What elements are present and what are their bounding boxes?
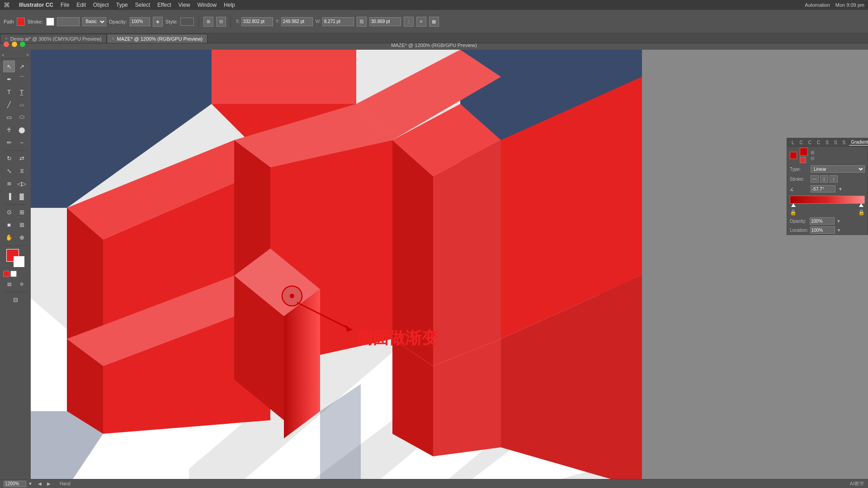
- panel-tab-c1[interactable]: C: [798, 140, 805, 145]
- blob-brush-tool[interactable]: ⬤: [16, 124, 28, 136]
- zoom-input[interactable]: [4, 481, 26, 487]
- type-tool[interactable]: T: [3, 86, 15, 98]
- panel-tab-c3[interactable]: C: [815, 140, 822, 145]
- panel-tab-c2[interactable]: C: [807, 140, 813, 145]
- panel-tab-s1[interactable]: S: [824, 140, 830, 145]
- lock-right-icon[interactable]: 🔒: [858, 209, 865, 216]
- mesh-tool[interactable]: ⊞: [16, 219, 28, 230]
- menu-view[interactable]: View: [179, 2, 190, 8]
- gradient-icon-1[interactable]: ⊞: [811, 150, 814, 155]
- angle-dropdown-btn[interactable]: ▼: [838, 187, 843, 192]
- maximize-button[interactable]: [20, 42, 25, 47]
- nav-next-btn[interactable]: ▶: [47, 481, 51, 486]
- gradient-title[interactable]: Gradient: [849, 139, 868, 145]
- menu-select[interactable]: Select: [135, 2, 150, 8]
- measure-tool[interactable]: ⊞: [16, 206, 28, 218]
- apple-menu[interactable]: ⌘: [4, 1, 10, 9]
- lock-left-icon[interactable]: 🔒: [790, 209, 797, 216]
- hand-tool[interactable]: ✋: [3, 231, 15, 243]
- gradient-location-input[interactable]: [810, 226, 835, 234]
- curvature-tool[interactable]: ⌒: [16, 73, 28, 85]
- fill-color-btn[interactable]: [3, 271, 9, 277]
- artboard-tool[interactable]: ⊟: [4, 294, 27, 305]
- location-dropdown-btn[interactable]: ▼: [837, 228, 841, 233]
- menu-type[interactable]: Type: [116, 2, 128, 8]
- gradient-stop-swatch-1[interactable]: [790, 152, 797, 159]
- panel-tab-s3[interactable]: S: [841, 140, 848, 145]
- gradient-tool[interactable]: ■: [3, 219, 15, 230]
- touch-type-tool[interactable]: T̲: [16, 86, 28, 98]
- opacity-dropdown-btn[interactable]: ▼: [836, 219, 841, 224]
- background-swatch[interactable]: [14, 256, 24, 267]
- pen-tool[interactable]: ✒: [3, 73, 15, 85]
- minimize-button[interactable]: [12, 42, 17, 47]
- stroke-swatch[interactable]: [46, 18, 54, 26]
- more-options-icon[interactable]: ⋮: [404, 17, 414, 27]
- gradient-stop-left[interactable]: [791, 203, 796, 207]
- tab-close-maze[interactable]: ×: [112, 36, 114, 41]
- lock-proportions-icon[interactable]: ⛓: [357, 17, 367, 27]
- menu-edit[interactable]: Edit: [76, 2, 86, 8]
- ellipse-tool[interactable]: ⬭: [16, 111, 28, 123]
- panel-tab-l[interactable]: L: [790, 140, 796, 145]
- arc-tool[interactable]: ⌓: [16, 99, 28, 110]
- extra-btn-1[interactable]: ≡: [416, 17, 426, 27]
- paintbrush-tool[interactable]: ♰: [3, 124, 15, 136]
- transform-icon[interactable]: ⊞: [203, 17, 213, 27]
- pencil-tool[interactable]: ✏: [3, 136, 15, 148]
- gradient-swatch-dark[interactable]: [800, 148, 808, 156]
- menu-help[interactable]: Help: [224, 2, 235, 8]
- eyedropper-tool[interactable]: ⊙: [3, 206, 15, 218]
- reflect-tool[interactable]: ⇄: [16, 152, 28, 164]
- stroke-opt-1[interactable]: —: [811, 175, 819, 183]
- menu-object[interactable]: Object: [93, 2, 109, 8]
- stroke-opt-3[interactable]: ↕: [830, 175, 838, 183]
- gradient-opacity-input[interactable]: [810, 217, 835, 225]
- rectangle-tool[interactable]: ▭: [3, 111, 15, 123]
- no-fill-btn[interactable]: ⊘: [16, 278, 28, 290]
- menu-effect[interactable]: Effect: [157, 2, 171, 8]
- menu-window[interactable]: Window: [197, 2, 217, 8]
- line-tool[interactable]: ╱: [3, 99, 15, 110]
- direct-selection-tool[interactable]: ↗: [16, 61, 28, 72]
- tab-close-demo[interactable]: ×: [5, 36, 8, 41]
- panel-collapse-icon[interactable]: «: [2, 52, 5, 57]
- stroke-weight-input[interactable]: [57, 17, 80, 26]
- h-input[interactable]: [369, 17, 401, 26]
- y-input[interactable]: [281, 17, 313, 26]
- zoom-tool[interactable]: ⊕: [16, 231, 28, 243]
- tab-maze[interactable]: × MAZE* @ 1200% (RGB/GPU Preview): [107, 34, 208, 43]
- selection-tool[interactable]: ↖: [3, 61, 15, 72]
- gradient-type-dropdown[interactable]: Linear Radial: [811, 165, 865, 173]
- bar-graph-tool[interactable]: ▐: [3, 190, 15, 202]
- column-graph-tool[interactable]: ▓: [16, 190, 28, 202]
- panel-close-icon[interactable]: ×: [26, 52, 29, 57]
- extra-btn-2[interactable]: ▦: [429, 17, 439, 27]
- canvas-area[interactable]: 侧面做渐变: [31, 50, 868, 479]
- style-swatch[interactable]: [180, 18, 194, 26]
- w-input[interactable]: [322, 17, 354, 26]
- x-input[interactable]: [241, 17, 273, 26]
- close-button[interactable]: [4, 42, 9, 47]
- smooth-tool[interactable]: ~: [16, 136, 28, 148]
- shear-tool[interactable]: ⧖: [16, 165, 28, 177]
- gradient-fill-btn[interactable]: ▤: [3, 278, 15, 290]
- menu-file[interactable]: File: [61, 2, 69, 8]
- panel-tab-s2[interactable]: S: [832, 140, 839, 145]
- warp-tool[interactable]: ≋: [3, 178, 15, 189]
- angle-input[interactable]: [811, 185, 835, 192]
- fill-swatch[interactable]: [17, 18, 25, 26]
- stroke-style-dropdown[interactable]: Basic: [82, 17, 106, 26]
- zoom-dropdown-btn[interactable]: ▼: [28, 481, 33, 486]
- stroke-color-btn[interactable]: [10, 271, 17, 277]
- gradient-bar[interactable]: [790, 196, 865, 204]
- appearance-icon[interactable]: ◈: [153, 17, 163, 27]
- nav-prev-btn[interactable]: ◀: [38, 481, 42, 486]
- width-tool[interactable]: ◁▷: [16, 178, 28, 189]
- scale-tool[interactable]: ⤡: [3, 165, 15, 177]
- gradient-icon-2[interactable]: ⊟: [811, 156, 814, 161]
- gradient-swatch-mid[interactable]: [800, 157, 806, 163]
- opacity-input[interactable]: [130, 17, 150, 26]
- rotate-tool[interactable]: ↻: [3, 152, 15, 164]
- align-icon[interactable]: ⊟: [216, 17, 226, 27]
